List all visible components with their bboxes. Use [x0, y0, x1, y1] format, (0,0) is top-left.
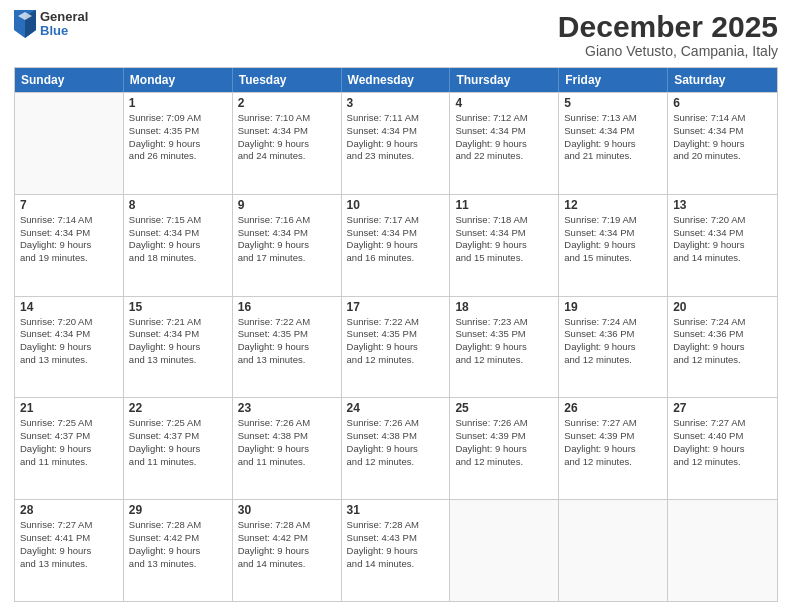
- header-day-wednesday: Wednesday: [342, 68, 451, 92]
- calendar-cell: 4Sunrise: 7:12 AM Sunset: 4:34 PM Daylig…: [450, 93, 559, 194]
- day-info: Sunrise: 7:18 AM Sunset: 4:34 PM Dayligh…: [455, 214, 553, 265]
- day-info: Sunrise: 7:27 AM Sunset: 4:40 PM Dayligh…: [673, 417, 772, 468]
- day-number: 1: [129, 96, 227, 110]
- day-number: 16: [238, 300, 336, 314]
- day-info: Sunrise: 7:24 AM Sunset: 4:36 PM Dayligh…: [564, 316, 662, 367]
- day-number: 31: [347, 503, 445, 517]
- calendar-cell: 11Sunrise: 7:18 AM Sunset: 4:34 PM Dayli…: [450, 195, 559, 296]
- day-number: 3: [347, 96, 445, 110]
- day-number: 7: [20, 198, 118, 212]
- day-number: 18: [455, 300, 553, 314]
- calendar-cell: 6Sunrise: 7:14 AM Sunset: 4:34 PM Daylig…: [668, 93, 777, 194]
- calendar-cell: [450, 500, 559, 601]
- day-number: 11: [455, 198, 553, 212]
- day-number: 20: [673, 300, 772, 314]
- calendar-cell: 5Sunrise: 7:13 AM Sunset: 4:34 PM Daylig…: [559, 93, 668, 194]
- month-title: December 2025: [558, 10, 778, 43]
- day-info: Sunrise: 7:12 AM Sunset: 4:34 PM Dayligh…: [455, 112, 553, 163]
- day-info: Sunrise: 7:26 AM Sunset: 4:38 PM Dayligh…: [238, 417, 336, 468]
- logo-blue-text: Blue: [40, 24, 88, 38]
- calendar-cell: 24Sunrise: 7:26 AM Sunset: 4:38 PM Dayli…: [342, 398, 451, 499]
- calendar-row-1: 1Sunrise: 7:09 AM Sunset: 4:35 PM Daylig…: [15, 92, 777, 194]
- calendar-cell: 2Sunrise: 7:10 AM Sunset: 4:34 PM Daylig…: [233, 93, 342, 194]
- day-number: 5: [564, 96, 662, 110]
- day-info: Sunrise: 7:16 AM Sunset: 4:34 PM Dayligh…: [238, 214, 336, 265]
- day-number: 6: [673, 96, 772, 110]
- day-info: Sunrise: 7:15 AM Sunset: 4:34 PM Dayligh…: [129, 214, 227, 265]
- logo: General Blue: [14, 10, 88, 39]
- calendar-cell: 9Sunrise: 7:16 AM Sunset: 4:34 PM Daylig…: [233, 195, 342, 296]
- calendar-cell: 13Sunrise: 7:20 AM Sunset: 4:34 PM Dayli…: [668, 195, 777, 296]
- day-info: Sunrise: 7:14 AM Sunset: 4:34 PM Dayligh…: [20, 214, 118, 265]
- header-day-sunday: Sunday: [15, 68, 124, 92]
- calendar-row-2: 7Sunrise: 7:14 AM Sunset: 4:34 PM Daylig…: [15, 194, 777, 296]
- calendar-cell: 20Sunrise: 7:24 AM Sunset: 4:36 PM Dayli…: [668, 297, 777, 398]
- day-info: Sunrise: 7:22 AM Sunset: 4:35 PM Dayligh…: [347, 316, 445, 367]
- day-number: 13: [673, 198, 772, 212]
- day-info: Sunrise: 7:10 AM Sunset: 4:34 PM Dayligh…: [238, 112, 336, 163]
- day-info: Sunrise: 7:20 AM Sunset: 4:34 PM Dayligh…: [673, 214, 772, 265]
- day-number: 8: [129, 198, 227, 212]
- day-info: Sunrise: 7:20 AM Sunset: 4:34 PM Dayligh…: [20, 316, 118, 367]
- calendar-cell: 23Sunrise: 7:26 AM Sunset: 4:38 PM Dayli…: [233, 398, 342, 499]
- calendar-cell: [15, 93, 124, 194]
- day-info: Sunrise: 7:13 AM Sunset: 4:34 PM Dayligh…: [564, 112, 662, 163]
- day-number: 21: [20, 401, 118, 415]
- day-info: Sunrise: 7:23 AM Sunset: 4:35 PM Dayligh…: [455, 316, 553, 367]
- day-number: 14: [20, 300, 118, 314]
- logo-text: General Blue: [40, 10, 88, 39]
- header-day-thursday: Thursday: [450, 68, 559, 92]
- calendar-cell: 1Sunrise: 7:09 AM Sunset: 4:35 PM Daylig…: [124, 93, 233, 194]
- day-info: Sunrise: 7:28 AM Sunset: 4:43 PM Dayligh…: [347, 519, 445, 570]
- day-number: 19: [564, 300, 662, 314]
- day-info: Sunrise: 7:27 AM Sunset: 4:41 PM Dayligh…: [20, 519, 118, 570]
- calendar-cell: 10Sunrise: 7:17 AM Sunset: 4:34 PM Dayli…: [342, 195, 451, 296]
- day-number: 15: [129, 300, 227, 314]
- day-info: Sunrise: 7:27 AM Sunset: 4:39 PM Dayligh…: [564, 417, 662, 468]
- calendar-cell: [668, 500, 777, 601]
- day-number: 29: [129, 503, 227, 517]
- calendar-cell: 27Sunrise: 7:27 AM Sunset: 4:40 PM Dayli…: [668, 398, 777, 499]
- day-info: Sunrise: 7:21 AM Sunset: 4:34 PM Dayligh…: [129, 316, 227, 367]
- day-info: Sunrise: 7:19 AM Sunset: 4:34 PM Dayligh…: [564, 214, 662, 265]
- header-day-saturday: Saturday: [668, 68, 777, 92]
- day-number: 25: [455, 401, 553, 415]
- day-info: Sunrise: 7:28 AM Sunset: 4:42 PM Dayligh…: [238, 519, 336, 570]
- calendar-cell: 22Sunrise: 7:25 AM Sunset: 4:37 PM Dayli…: [124, 398, 233, 499]
- calendar-cell: 12Sunrise: 7:19 AM Sunset: 4:34 PM Dayli…: [559, 195, 668, 296]
- location: Giano Vetusto, Campania, Italy: [558, 43, 778, 59]
- title-block: December 2025 Giano Vetusto, Campania, I…: [558, 10, 778, 59]
- calendar-cell: 30Sunrise: 7:28 AM Sunset: 4:42 PM Dayli…: [233, 500, 342, 601]
- calendar-cell: [559, 500, 668, 601]
- calendar-cell: 21Sunrise: 7:25 AM Sunset: 4:37 PM Dayli…: [15, 398, 124, 499]
- day-info: Sunrise: 7:11 AM Sunset: 4:34 PM Dayligh…: [347, 112, 445, 163]
- day-number: 27: [673, 401, 772, 415]
- day-info: Sunrise: 7:25 AM Sunset: 4:37 PM Dayligh…: [129, 417, 227, 468]
- calendar-cell: 17Sunrise: 7:22 AM Sunset: 4:35 PM Dayli…: [342, 297, 451, 398]
- day-number: 30: [238, 503, 336, 517]
- header: General Blue December 2025 Giano Vetusto…: [14, 10, 778, 59]
- day-number: 12: [564, 198, 662, 212]
- calendar-cell: 15Sunrise: 7:21 AM Sunset: 4:34 PM Dayli…: [124, 297, 233, 398]
- calendar-cell: 7Sunrise: 7:14 AM Sunset: 4:34 PM Daylig…: [15, 195, 124, 296]
- logo-general-text: General: [40, 10, 88, 24]
- calendar-cell: 18Sunrise: 7:23 AM Sunset: 4:35 PM Dayli…: [450, 297, 559, 398]
- calendar-cell: 26Sunrise: 7:27 AM Sunset: 4:39 PM Dayli…: [559, 398, 668, 499]
- calendar: SundayMondayTuesdayWednesdayThursdayFrid…: [14, 67, 778, 602]
- calendar-cell: 29Sunrise: 7:28 AM Sunset: 4:42 PM Dayli…: [124, 500, 233, 601]
- calendar-cell: 16Sunrise: 7:22 AM Sunset: 4:35 PM Dayli…: [233, 297, 342, 398]
- day-info: Sunrise: 7:28 AM Sunset: 4:42 PM Dayligh…: [129, 519, 227, 570]
- header-day-monday: Monday: [124, 68, 233, 92]
- day-number: 22: [129, 401, 227, 415]
- day-info: Sunrise: 7:26 AM Sunset: 4:38 PM Dayligh…: [347, 417, 445, 468]
- calendar-cell: 14Sunrise: 7:20 AM Sunset: 4:34 PM Dayli…: [15, 297, 124, 398]
- day-number: 2: [238, 96, 336, 110]
- day-info: Sunrise: 7:14 AM Sunset: 4:34 PM Dayligh…: [673, 112, 772, 163]
- day-info: Sunrise: 7:17 AM Sunset: 4:34 PM Dayligh…: [347, 214, 445, 265]
- day-number: 4: [455, 96, 553, 110]
- calendar-cell: 31Sunrise: 7:28 AM Sunset: 4:43 PM Dayli…: [342, 500, 451, 601]
- calendar-cell: 28Sunrise: 7:27 AM Sunset: 4:41 PM Dayli…: [15, 500, 124, 601]
- day-info: Sunrise: 7:26 AM Sunset: 4:39 PM Dayligh…: [455, 417, 553, 468]
- calendar-body: 1Sunrise: 7:09 AM Sunset: 4:35 PM Daylig…: [15, 92, 777, 601]
- header-day-friday: Friday: [559, 68, 668, 92]
